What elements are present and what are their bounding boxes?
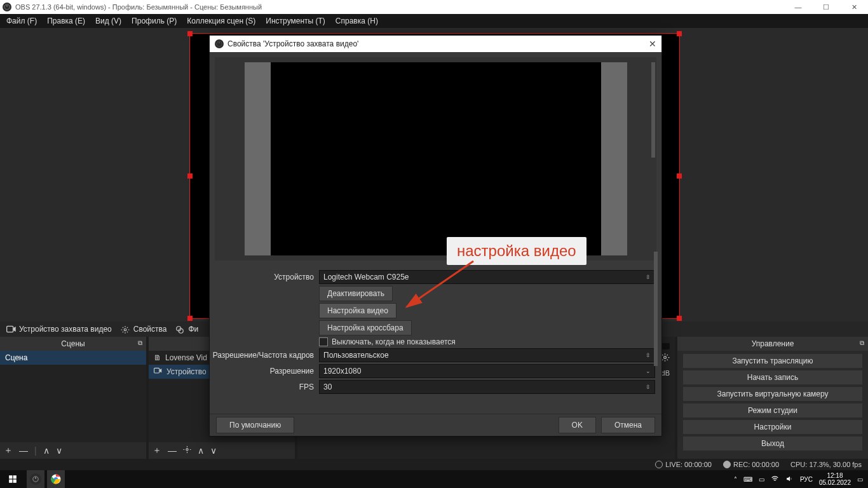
menu-edit[interactable]: Правка (E): [47, 17, 85, 25]
svg-rect-12: [13, 480, 17, 483]
svg-point-8: [664, 356, 667, 358]
tray-clock[interactable]: 12:18 05.02.2022: [819, 472, 851, 486]
windows-taskbar: ˄ ⌨ ▭ РУС 12:18 05.02.2022 ▭: [0, 470, 868, 488]
defaults-button[interactable]: По умолчанию: [216, 417, 294, 433]
start-streaming-button[interactable]: Запустить трансляцию: [682, 353, 863, 369]
svg-point-3: [124, 329, 126, 331]
menu-bar: Файл (F) Правка (E) Вид (V) Профиль (P) …: [0, 14, 868, 28]
camera-icon: [6, 325, 15, 333]
resize-handle[interactable]: [677, 31, 682, 36]
dialog-titlebar: Свойства 'Устройство захвата видео' ✕: [210, 36, 661, 52]
resolution-select[interactable]: 1920x1080⌄: [319, 364, 655, 378]
dock-popout-icon[interactable]: ⧉: [860, 339, 864, 347]
status-cpu: CPU: 17.3%, 30.00 fps: [790, 461, 862, 468]
dialog-footer: По умолчанию OK Отмена: [210, 414, 661, 436]
fps-label: FPS: [212, 383, 314, 391]
res-fps-select[interactable]: Пользовательское⇳: [319, 348, 655, 362]
close-button[interactable]: ✕: [840, 3, 868, 11]
tray-battery-icon[interactable]: ▭: [759, 476, 764, 483]
res-fps-label: Разрешение/Частота кадров: [212, 351, 314, 360]
ok-button[interactable]: OK: [559, 417, 596, 433]
dock-popout-icon[interactable]: ⧉: [138, 339, 142, 347]
source-down-button[interactable]: ∨: [210, 445, 217, 456]
scene-down-button[interactable]: ∨: [56, 445, 62, 456]
tray-chevron-icon[interactable]: ˄: [734, 476, 737, 483]
settings-button[interactable]: Настройки: [682, 419, 863, 435]
chevron-updown-icon: ⇳: [646, 384, 651, 390]
source-type-icon: 🗎: [154, 353, 161, 362]
scrollbar-thumb[interactable]: [651, 62, 655, 158]
remove-source-button[interactable]: —: [168, 445, 177, 456]
scene-divider: |: [34, 445, 37, 456]
menu-profile[interactable]: Профиль (P): [132, 17, 177, 25]
source-up-button[interactable]: ∧: [198, 445, 204, 456]
scrollbar-thumb[interactable]: [654, 266, 658, 366]
add-source-button[interactable]: ＋: [153, 445, 161, 456]
resize-handle[interactable]: [187, 173, 193, 179]
start-recording-button[interactable]: Начать запись: [682, 370, 863, 385]
svg-point-13: [33, 477, 38, 482]
properties-dialog: Свойства 'Устройство захвата видео' ✕ Ус…: [209, 35, 662, 437]
taskbar-chrome-icon[interactable]: [47, 470, 65, 488]
deactivate-not-showing-checkbox[interactable]: [319, 337, 328, 346]
tray-keyboard-icon[interactable]: ⌨: [743, 476, 752, 483]
window-title: OBS 27.1.3 (64-bit, windows) - Профиль: …: [15, 3, 262, 11]
annotation-label: настройка видео: [447, 237, 587, 265]
configure-video-button[interactable]: Настройка видео: [319, 303, 397, 318]
window-titlebar: OBS 27.1.3 (64-bit, windows) - Профиль: …: [0, 0, 868, 14]
tray-language[interactable]: РУС: [800, 476, 813, 483]
configure-crossbar-button[interactable]: Настройка кроссбара: [319, 320, 412, 336]
dialog-title-text: Свойства 'Устройство захвата видео': [227, 39, 358, 48]
menu-scene-collection[interactable]: Коллекция сцен (S): [187, 17, 255, 25]
start-button[interactable]: [0, 470, 25, 488]
tray-notifications-icon[interactable]: ▭: [857, 476, 863, 483]
cancel-button[interactable]: Отмена: [601, 417, 655, 433]
resolution-label: Разрешение: [212, 367, 314, 376]
taskbar-obs-icon[interactable]: [27, 470, 44, 488]
scene-up-button[interactable]: ∧: [43, 445, 50, 456]
svg-rect-9: [9, 475, 12, 478]
menu-help[interactable]: Справка (H): [336, 17, 378, 25]
resize-handle[interactable]: [677, 173, 682, 179]
add-scene-button[interactable]: ＋: [4, 445, 13, 456]
fps-select[interactable]: 30⇳: [319, 380, 655, 394]
obs-logo-icon: [3, 3, 11, 11]
scenes-dock: Сцены ⧉ Сцена ＋ — | ∧ ∨: [0, 337, 146, 459]
scene-list-item[interactable]: Сцена: [0, 351, 146, 365]
svg-rect-11: [9, 480, 12, 483]
controls-dock: Управление ⧉ Запустить трансляцию Начать…: [677, 337, 868, 459]
studio-mode-button[interactable]: Режим студии: [682, 403, 863, 418]
source-properties-button[interactable]: [183, 445, 191, 456]
resize-handle[interactable]: [187, 31, 193, 36]
exit-button[interactable]: Выход: [682, 436, 863, 451]
dialog-close-button[interactable]: ✕: [649, 39, 656, 49]
context-source-name: Устройство захвата видео: [6, 325, 112, 334]
svg-point-0: [4, 4, 10, 10]
dialog-form: Устройство Logitech Webcam C925e⇳ Деакти…: [210, 266, 661, 414]
menu-view[interactable]: Вид (V): [95, 17, 121, 25]
remove-scene-button[interactable]: —: [19, 445, 28, 456]
context-properties-button[interactable]: Свойства: [121, 325, 167, 334]
checkbox-label: Выключать, когда не показывается: [332, 337, 456, 346]
maximize-button[interactable]: ☐: [812, 3, 840, 11]
svg-rect-6: [154, 368, 159, 373]
tray-wifi-icon[interactable]: [771, 475, 779, 484]
scenes-dock-header: Сцены ⧉: [0, 337, 146, 351]
device-select[interactable]: Logitech Webcam C925e⇳: [319, 270, 655, 284]
tray-volume-icon[interactable]: [785, 475, 794, 484]
menu-file[interactable]: Файл (F): [6, 17, 37, 25]
svg-point-14: [35, 477, 36, 478]
resize-handle[interactable]: [187, 316, 193, 321]
resize-handle[interactable]: [677, 316, 682, 321]
context-filters-button[interactable]: Фи: [175, 325, 198, 334]
filters-icon: [175, 325, 184, 333]
minimize-button[interactable]: —: [784, 3, 812, 11]
gear-icon: [121, 325, 130, 333]
svg-point-18: [219, 42, 220, 43]
deactivate-button[interactable]: Деактивировать: [319, 286, 393, 301]
chevron-down-icon: ⌄: [646, 368, 651, 374]
svg-rect-2: [7, 326, 13, 332]
menu-tools[interactable]: Инструменты (T): [266, 17, 325, 25]
start-virtualcam-button[interactable]: Запустить виртуальную камеру: [682, 386, 863, 402]
status-live: LIVE: 00:00:00: [655, 461, 712, 468]
